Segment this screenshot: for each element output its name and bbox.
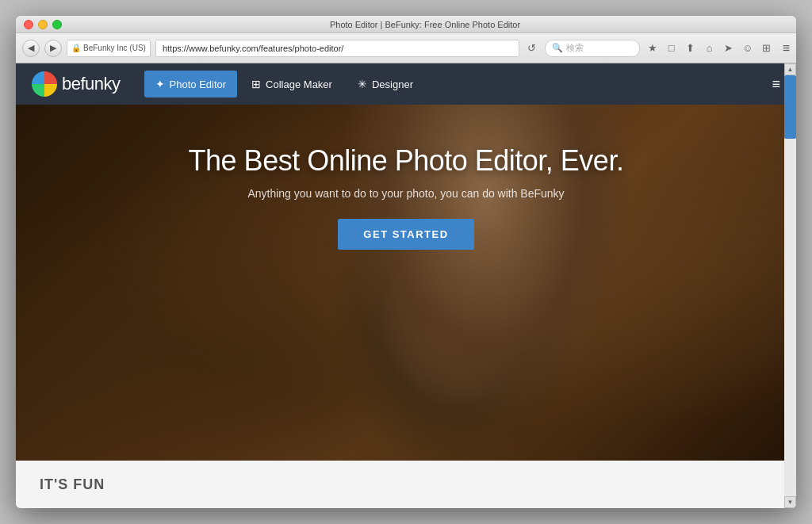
security-badge: 🔒 BeFunky Inc (US): [67, 40, 151, 57]
reader-icon[interactable]: □: [664, 40, 680, 56]
back-button[interactable]: ◀: [22, 40, 40, 57]
maximize-button[interactable]: [52, 20, 62, 29]
minimize-button[interactable]: [38, 20, 48, 29]
lock-icon: 🔒: [71, 44, 81, 52]
reload-button[interactable]: ↺: [524, 40, 540, 56]
title-bar: Photo Editor | BeFunky: Free Online Phot…: [16, 16, 796, 33]
scrollbar-down-arrow[interactable]: ▼: [784, 496, 796, 508]
reload-icon: ↺: [527, 42, 536, 54]
home-icon[interactable]: ⌂: [702, 40, 718, 56]
collage-maker-icon: ⊞: [251, 78, 261, 90]
address-text: https://www.befunky.com/features/photo-e…: [163, 44, 343, 53]
logo-icon: [32, 71, 57, 97]
dots-icon[interactable]: ⊞: [759, 40, 775, 56]
browser-menu-button[interactable]: ≡: [783, 41, 790, 55]
website-wrapper: befunky ✦ Photo Editor ⊞ Collage Maker ✳…: [16, 63, 796, 508]
hero-title: The Best Online Photo Editor, Ever.: [189, 144, 624, 178]
address-bar[interactable]: https://www.befunky.com/features/photo-e…: [155, 40, 519, 57]
close-button[interactable]: [24, 20, 33, 29]
security-text: BeFunky Inc (US): [83, 44, 146, 52]
nav-item-collage-maker-label: Collage Maker: [266, 78, 332, 90]
window-title: Photo Editor | BeFunky: Free Online Phot…: [62, 20, 788, 29]
forward-icon: ▶: [50, 43, 56, 53]
photo-editor-icon: ✦: [155, 78, 165, 90]
below-fold-text: IT'S FUN: [40, 476, 105, 493]
mac-window: Photo Editor | BeFunky: Free Online Phot…: [16, 16, 796, 508]
share-icon[interactable]: ⬆: [683, 40, 699, 56]
send-icon[interactable]: ➤: [721, 40, 737, 56]
designer-icon: ✳: [358, 78, 367, 90]
nav-items: ✦ Photo Editor ⊞ Collage Maker ✳ Designe…: [144, 71, 424, 98]
search-placeholder: 検索: [566, 42, 584, 54]
scrollbar-up-arrow[interactable]: ▲: [784, 63, 796, 75]
toolbar-icons: ★ □ ⬆ ⌂ ➤ ☺ ⊞: [645, 40, 775, 56]
site-nav-menu-button[interactable]: ≡: [772, 76, 780, 93]
nav-item-photo-editor-label: Photo Editor: [170, 78, 227, 90]
below-fold-section: IT'S FUN: [16, 461, 796, 508]
hero-subtitle: Anything you want to do to your photo, y…: [247, 187, 564, 200]
traffic-lights: [24, 20, 62, 29]
bookmarks-icon[interactable]: ★: [645, 40, 661, 56]
back-icon: ◀: [28, 43, 34, 53]
nav-item-photo-editor[interactable]: ✦ Photo Editor: [144, 71, 238, 98]
website-inner: befunky ✦ Photo Editor ⊞ Collage Maker ✳…: [16, 63, 796, 508]
browser-toolbar: ◀ ▶ 🔒 BeFunky Inc (US) https://www.befun…: [16, 33, 796, 63]
logo-text: befunky: [62, 74, 121, 94]
site-nav: befunky ✦ Photo Editor ⊞ Collage Maker ✳…: [16, 63, 796, 105]
search-box[interactable]: 🔍 検索: [545, 40, 640, 57]
forward-button[interactable]: ▶: [44, 40, 62, 57]
hero-content: The Best Online Photo Editor, Ever. Anyt…: [16, 105, 796, 250]
hero-section: The Best Online Photo Editor, Ever. Anyt…: [16, 105, 796, 461]
search-icon: 🔍: [552, 43, 563, 53]
nav-item-collage-maker[interactable]: ⊞ Collage Maker: [240, 71, 343, 98]
emoji-icon[interactable]: ☺: [740, 40, 756, 56]
nav-item-designer-label: Designer: [372, 78, 413, 90]
nav-item-designer[interactable]: ✳ Designer: [347, 71, 424, 98]
cta-button[interactable]: GET STARTED: [338, 219, 473, 250]
site-logo[interactable]: befunky: [32, 71, 121, 97]
